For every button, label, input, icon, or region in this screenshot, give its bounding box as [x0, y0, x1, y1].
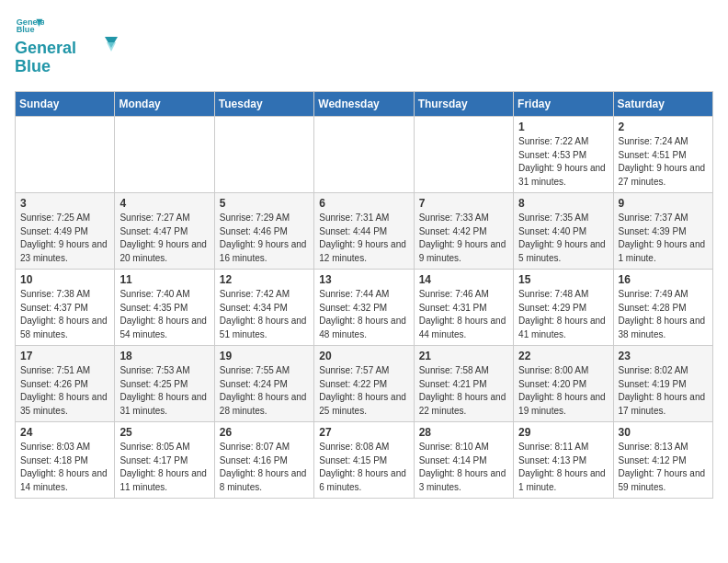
cell-info: Sunset: 4:21 PM [419, 378, 508, 392]
day-number: 19 [220, 350, 309, 362]
cell-info: Daylight: 8 hours and 8 minutes. [220, 467, 309, 494]
calendar-cell: 21Sunrise: 7:58 AMSunset: 4:21 PMDayligh… [414, 346, 513, 422]
cell-info: Sunrise: 8:08 AM [319, 441, 408, 454]
svg-marker-6 [107, 42, 116, 52]
day-number: 5 [220, 197, 309, 210]
day-number: 16 [619, 273, 708, 286]
cell-info: Sunrise: 7:27 AM [119, 212, 209, 225]
day-number: 22 [518, 350, 608, 362]
cell-info: Sunrise: 8:07 AM [220, 441, 309, 454]
calendar-cell: 15Sunrise: 7:48 AMSunset: 4:29 PMDayligh… [514, 270, 613, 346]
cell-info: Sunset: 4:51 PM [619, 149, 708, 163]
calendar-cell: 22Sunrise: 8:00 AMSunset: 4:20 PMDayligh… [514, 346, 613, 422]
calendar-cell: 30Sunrise: 8:13 AMSunset: 4:12 PMDayligh… [613, 422, 712, 499]
calendar-cell [414, 117, 513, 193]
cell-info: Sunset: 4:15 PM [319, 454, 408, 468]
day-number: 3 [20, 197, 109, 210]
calendar-cell: 3Sunrise: 7:25 AMSunset: 4:49 PMDaylight… [16, 193, 115, 270]
cell-info: Daylight: 9 hours and 1 minute. [619, 238, 708, 265]
header: General Blue General Blue [15, 15, 713, 80]
cell-info: Daylight: 9 hours and 9 minutes. [419, 238, 508, 265]
day-number: 10 [20, 273, 109, 286]
day-number: 12 [220, 273, 309, 286]
column-header-saturday: Saturday [613, 92, 712, 117]
cell-info: Sunset: 4:34 PM [220, 302, 309, 316]
column-header-wednesday: Wednesday [314, 92, 414, 117]
calendar-table: SundayMondayTuesdayWednesdayThursdayFrid… [15, 91, 713, 499]
cell-info: Sunrise: 7:40 AM [119, 288, 209, 302]
cell-info: Sunset: 4:24 PM [220, 378, 309, 392]
calendar-cell: 20Sunrise: 7:57 AMSunset: 4:22 PMDayligh… [314, 346, 414, 422]
cell-info: Sunrise: 7:44 AM [319, 288, 408, 302]
cell-info: Sunset: 4:29 PM [518, 302, 608, 316]
cell-info: Sunset: 4:39 PM [619, 225, 708, 239]
day-number: 4 [119, 197, 209, 210]
cell-info: Sunrise: 7:48 AM [518, 288, 608, 302]
column-header-monday: Monday [115, 92, 214, 117]
cell-info: Sunset: 4:18 PM [20, 454, 109, 468]
cell-info: Sunset: 4:20 PM [518, 378, 608, 392]
cell-info: Daylight: 8 hours and 11 minutes. [119, 467, 209, 494]
cell-info: Sunrise: 8:03 AM [20, 441, 109, 454]
cell-info: Daylight: 8 hours and 35 minutes. [20, 391, 109, 418]
cell-info: Sunset: 4:28 PM [619, 302, 708, 316]
cell-info: Sunset: 4:25 PM [119, 378, 209, 392]
calendar-cell: 17Sunrise: 7:51 AMSunset: 4:26 PMDayligh… [16, 346, 115, 422]
calendar-cell: 19Sunrise: 7:55 AMSunset: 4:24 PMDayligh… [214, 346, 313, 422]
cell-info: Sunset: 4:12 PM [619, 454, 708, 468]
day-number: 21 [419, 350, 508, 362]
calendar-cell: 9Sunrise: 7:37 AMSunset: 4:39 PMDaylight… [613, 193, 712, 270]
calendar-cell: 24Sunrise: 8:03 AMSunset: 4:18 PMDayligh… [16, 422, 115, 499]
cell-info: Daylight: 8 hours and 3 minutes. [419, 467, 508, 494]
cell-info: Daylight: 8 hours and 38 minutes. [619, 315, 708, 341]
column-header-sunday: Sunday [16, 92, 115, 117]
cell-info: Daylight: 9 hours and 27 minutes. [619, 162, 708, 189]
day-number: 18 [119, 350, 209, 362]
cell-info: Sunrise: 7:49 AM [619, 288, 708, 302]
week-row-0: 1Sunrise: 7:22 AMSunset: 4:53 PMDaylight… [16, 117, 713, 193]
cell-info: Sunset: 4:47 PM [119, 225, 209, 239]
calendar-cell [115, 117, 214, 193]
cell-info: Sunset: 4:31 PM [419, 302, 508, 316]
cell-info: Sunrise: 7:46 AM [419, 288, 508, 302]
day-number: 30 [619, 426, 708, 439]
cell-info: Sunrise: 7:51 AM [20, 364, 109, 378]
cell-info: Daylight: 8 hours and 51 minutes. [220, 315, 309, 341]
day-number: 2 [619, 121, 708, 133]
calendar-body: 1Sunrise: 7:22 AMSunset: 4:53 PMDaylight… [16, 117, 713, 499]
day-number: 27 [319, 426, 408, 439]
cell-info: Sunset: 4:46 PM [220, 225, 309, 239]
day-number: 28 [419, 426, 508, 439]
cell-info: Daylight: 8 hours and 19 minutes. [518, 391, 608, 418]
cell-info: Sunrise: 7:58 AM [419, 364, 508, 378]
calendar-cell: 1Sunrise: 7:22 AMSunset: 4:53 PMDaylight… [514, 117, 613, 193]
svg-text:Blue: Blue [15, 57, 51, 75]
day-number: 6 [319, 197, 408, 210]
calendar-cell: 4Sunrise: 7:27 AMSunset: 4:47 PMDaylight… [115, 193, 214, 270]
cell-info: Daylight: 8 hours and 28 minutes. [220, 391, 309, 418]
cell-info: Sunrise: 8:10 AM [419, 441, 508, 454]
calendar-cell: 18Sunrise: 7:53 AMSunset: 4:25 PMDayligh… [115, 346, 214, 422]
cell-info: Sunrise: 7:29 AM [220, 212, 309, 225]
cell-info: Sunrise: 7:53 AM [119, 364, 209, 378]
cell-info: Sunset: 4:26 PM [20, 378, 109, 392]
calendar-cell [16, 117, 115, 193]
calendar-cell: 28Sunrise: 8:10 AMSunset: 4:14 PMDayligh… [414, 422, 513, 499]
cell-info: Daylight: 8 hours and 48 minutes. [319, 315, 408, 341]
day-number: 20 [319, 350, 408, 362]
day-number: 8 [518, 197, 608, 210]
calendar-cell: 7Sunrise: 7:33 AMSunset: 4:42 PMDaylight… [414, 193, 513, 270]
cell-info: Sunrise: 8:05 AM [119, 441, 209, 454]
calendar-cell [214, 117, 313, 193]
week-row-4: 24Sunrise: 8:03 AMSunset: 4:18 PMDayligh… [16, 422, 713, 499]
calendar-cell: 11Sunrise: 7:40 AMSunset: 4:35 PMDayligh… [115, 270, 214, 346]
cell-info: Daylight: 8 hours and 25 minutes. [319, 391, 408, 418]
cell-info: Daylight: 7 hours and 59 minutes. [619, 467, 708, 494]
day-number: 15 [518, 273, 608, 286]
general-blue-logo-icon: General Blue [15, 17, 44, 35]
day-number: 1 [518, 121, 608, 133]
cell-info: Sunset: 4:44 PM [319, 225, 408, 239]
cell-info: Daylight: 9 hours and 23 minutes. [20, 238, 109, 265]
calendar-cell: 8Sunrise: 7:35 AMSunset: 4:40 PMDaylight… [514, 193, 613, 270]
cell-info: Sunset: 4:37 PM [20, 302, 109, 316]
